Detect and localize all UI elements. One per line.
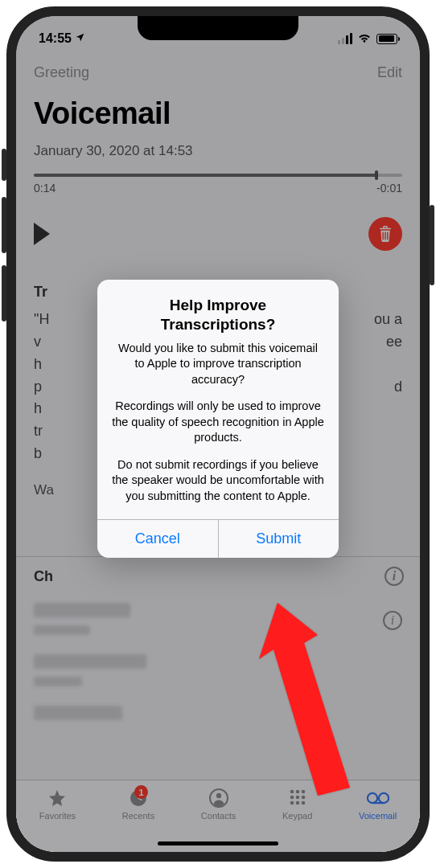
screen: 14:55 Greeting Edit Voicemail January 30… xyxy=(16,16,420,852)
notch xyxy=(138,16,298,40)
submit-button[interactable]: Submit xyxy=(218,520,339,558)
home-indicator[interactable] xyxy=(158,841,278,845)
phone-frame: 14:55 Greeting Edit Voicemail January 30… xyxy=(6,6,430,862)
alert-dialog: Help Improve Transcriptions? Would you l… xyxy=(97,280,339,558)
alert-title: Help Improve Transcriptions? xyxy=(112,296,324,334)
cancel-button[interactable]: Cancel xyxy=(97,520,218,558)
alert-message: Would you like to submit this voicemail … xyxy=(112,341,324,505)
power-button xyxy=(430,205,434,285)
